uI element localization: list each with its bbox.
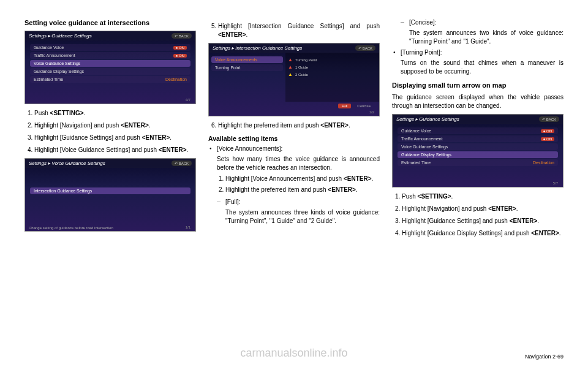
dash-desc: The system announces three kinds of voic… xyxy=(225,208,380,225)
dash-list: [Full]: The system announces three kinds… xyxy=(217,198,380,225)
guide-label: 2 Guide xyxy=(295,73,308,77)
menu-item: Guidance Display Settings xyxy=(30,68,190,75)
screenshot-header: Settings ▸ Voice Guidance Settings ↶ BAC… xyxy=(25,159,195,168)
breadcrumb: Guidance Settings xyxy=(419,116,459,122)
guide-label: Turning Point xyxy=(295,58,317,62)
available-items-heading: Available setting items xyxy=(208,135,380,142)
step-4: Highlight [Voice Guidance Settings] and … xyxy=(34,146,196,154)
breadcrumb: Voice Guidance Settings xyxy=(51,161,105,166)
option-concise: Concise xyxy=(353,104,374,108)
section-heading: Setting voice guidance at intersections xyxy=(24,18,196,27)
bullet-turning-point: [Turning Point]: Turns on the sound that… xyxy=(392,48,564,76)
menu-item: Estimated TimeDestination xyxy=(398,159,558,166)
dash-full: [Full]: The system announces three kinds… xyxy=(217,198,380,225)
pager: 1/1 xyxy=(186,225,190,229)
column-3: [Concise]: The system announces two kind… xyxy=(392,18,564,241)
screenshot-guidance-settings: Settings ▸ Guidance Settings ↶ BACK Guid… xyxy=(24,31,196,104)
guide-label: 1 Guide xyxy=(295,66,308,69)
step-2b: Highlight [Navigation] and push <ENTER>. xyxy=(402,205,564,213)
steps-list-2: Push <SETTING>. Highlight [Navigation] a… xyxy=(392,192,564,238)
pager: 5/7 xyxy=(553,181,558,185)
bullet-voice-announcements: [Voice Announcements]: Sets how many tim… xyxy=(208,145,380,225)
bullet-list-cont: [Turning Point]: Turns on the sound that… xyxy=(392,48,564,76)
back-button: ↶ BACK xyxy=(172,161,192,166)
step-1b: Push <SETTING>. xyxy=(402,192,564,201)
watermark: carmanualsonline.info xyxy=(240,347,347,360)
left-pane: Voice Announcements Turning Point xyxy=(209,53,285,102)
screenshot-header: Settings ▸ Guidance Settings ↶ BACK xyxy=(25,31,195,40)
bullet-desc: Sets how many times the voice guidance i… xyxy=(217,155,380,172)
on-indicator: ● ON xyxy=(173,46,187,50)
steps-continued: Highlight [Intersection Guidance Setting… xyxy=(208,22,380,39)
menu-item: Guidance Voice● ON xyxy=(398,127,558,134)
screen-title: Settings xyxy=(213,45,230,51)
sub-step-1: Highlight [Voice Announcements] and push… xyxy=(225,175,380,183)
screenshot-header: Settings ▸ Intersection Guidance Setting… xyxy=(209,44,379,53)
option-bar: Full Concise xyxy=(214,104,374,108)
screenshot-intersection-guidance: Settings ▸ Intersection Guidance Setting… xyxy=(208,43,380,116)
menu-item-selected: Voice Guidance Settings xyxy=(30,60,190,67)
sub-step-2: Highlight the preferred item and push <E… xyxy=(225,186,380,194)
column-1: Setting voice guidance at intersections … xyxy=(24,18,196,241)
screen-title: Settings xyxy=(396,116,414,122)
right-pane: ▲Turning Point ▲1 Guide ▲2 Guide xyxy=(285,53,379,102)
pager: 1/2 xyxy=(369,110,374,114)
section-para: The guidance screen displayed when the v… xyxy=(392,93,564,110)
breadcrumb: Guidance Settings xyxy=(51,33,91,39)
step-3b: Highlight [Guidance Settings] and push <… xyxy=(402,217,564,225)
step-4b: Highlight [Guidance Display Settings] an… xyxy=(402,229,564,238)
step-2: Highlight [Navigation] and push <ENTER>. xyxy=(34,121,196,130)
menu-item: Guidance Voice● ON xyxy=(30,44,190,51)
column-2: Highlight [Intersection Guidance Setting… xyxy=(208,18,380,241)
menu-item: Traffic Announcement● ON xyxy=(398,135,558,142)
step-1: Push <SETTING>. xyxy=(34,109,196,118)
page-number: Navigation 2-69 xyxy=(525,354,564,360)
step-3: Highlight [Guidance Settings] and push <… xyxy=(34,134,196,142)
section-heading-2: Displaying small turn arrow on map xyxy=(392,81,564,89)
step-6: Highlight the preferred item and push <E… xyxy=(218,121,380,130)
back-button: ↶ BACK xyxy=(355,45,375,51)
triangle-icon: ▲ xyxy=(288,72,293,77)
triangle-icon: ▲ xyxy=(288,57,293,62)
screenshot-voice-guidance: Settings ▸ Voice Guidance Settings ↶ BAC… xyxy=(24,158,196,232)
menu-item-selected: Voice Announcements xyxy=(211,56,283,63)
hint-text: Change setting of guidance before road i… xyxy=(29,226,113,230)
dash-concise: [Concise]: The system announces two kind… xyxy=(401,18,564,46)
menu-list: Guidance Voice● ON Traffic Announcement●… xyxy=(393,124,563,170)
bullet-desc: Turns on the sound that chimes when a ma… xyxy=(401,59,564,76)
menu-item: Traffic Announcement● ON xyxy=(30,52,190,59)
menu-item: Turning Point xyxy=(211,64,283,71)
sub-steps: Highlight [Voice Announcements] and push… xyxy=(217,175,380,194)
steps-continued-6: Highlight the preferred item and push <E… xyxy=(208,121,380,130)
back-button: ↶ BACK xyxy=(539,116,559,122)
on-indicator: ● ON xyxy=(541,129,554,133)
steps-list-1: Push <SETTING>. Highlight [Navigation] a… xyxy=(24,109,196,154)
menu-item: Voice Guidance Settings xyxy=(398,143,558,150)
menu-list: Guidance Voice● ON Traffic Announcement●… xyxy=(25,40,195,86)
on-indicator: ● ON xyxy=(541,137,554,141)
option-full: Full xyxy=(338,104,352,108)
pager: 4/7 xyxy=(186,98,190,102)
menu-item: Estimated TimeDestination xyxy=(30,76,190,83)
bullet-list: [Voice Announcements]: Sets how many tim… xyxy=(208,145,380,225)
screen-title: Settings xyxy=(29,33,47,39)
screenshot-header: Settings ▸ Guidance Settings ↶ BACK xyxy=(393,115,563,124)
dash-list-cont: [Concise]: The system announces two kind… xyxy=(392,18,564,46)
on-indicator: ● ON xyxy=(173,54,187,58)
back-button: ↶ BACK xyxy=(172,33,192,39)
menu-list: Intersection Guidance Settings xyxy=(25,168,195,198)
screen-title: Settings xyxy=(29,161,47,166)
breadcrumb: Intersection Guidance Settings xyxy=(235,45,302,51)
triangle-icon: ▲ xyxy=(288,64,293,70)
menu-item-selected: Guidance Display Settings xyxy=(398,151,558,158)
dash-desc: The system announces two kinds of voice … xyxy=(409,29,564,46)
menu-item-selected: Intersection Guidance Settings xyxy=(30,187,190,194)
page-content: Setting voice guidance at intersections … xyxy=(24,18,564,241)
screenshot-guidance-display: Settings ▸ Guidance Settings ↶ BACK Guid… xyxy=(392,114,564,187)
step-5: Highlight [Intersection Guidance Setting… xyxy=(218,22,380,39)
